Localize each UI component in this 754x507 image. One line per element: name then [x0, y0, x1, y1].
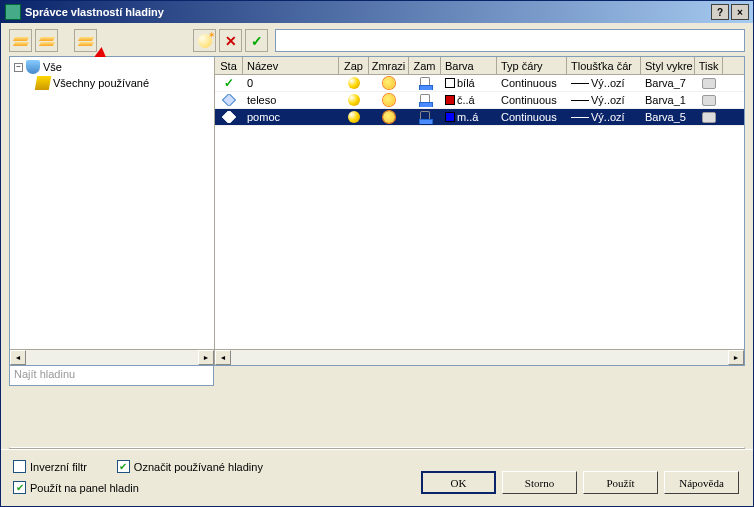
- col-on[interactable]: Zap: [339, 57, 369, 74]
- col-status[interactable]: Sta: [215, 57, 243, 74]
- color-swatch: [445, 112, 455, 122]
- line-sample-icon: [571, 117, 589, 118]
- new-group-filter-button[interactable]: [35, 29, 58, 52]
- lineweight-cell[interactable]: Vý..ozí: [567, 110, 641, 124]
- table-body: ✓0bíláContinuous Vý..ozíBarva_7telesoč..…: [215, 75, 744, 349]
- layer-name-cell[interactable]: 0: [243, 76, 339, 90]
- col-color[interactable]: Barva: [441, 57, 497, 74]
- sun-icon[interactable]: [383, 111, 395, 123]
- filter-tree-panel: − Vše Všechny používané ◄ ►: [10, 57, 215, 365]
- tree-node-used[interactable]: Všechny používané: [34, 75, 212, 91]
- filter-icon: [26, 60, 40, 74]
- layer-states-button[interactable]: [74, 29, 97, 52]
- plotter-icon[interactable]: [702, 112, 716, 123]
- linetype-cell[interactable]: Continuous: [497, 110, 567, 124]
- titlebar: Správce vlastností hladiny ? ×: [1, 1, 753, 23]
- current-layer-icon: ✓: [224, 76, 234, 90]
- col-lineweight[interactable]: Tloušťka čár: [567, 57, 641, 74]
- toolbar-search-input[interactable]: [275, 29, 745, 52]
- bulb-icon[interactable]: [348, 111, 360, 123]
- scroll-right-icon[interactable]: ►: [198, 350, 214, 365]
- col-plotstyle[interactable]: Styl vykre: [641, 57, 695, 74]
- lineweight-cell[interactable]: Vý..ozí: [567, 93, 641, 107]
- table-scrollbar[interactable]: ◄ ►: [215, 349, 744, 365]
- collapse-icon[interactable]: −: [14, 63, 23, 72]
- layer-table: Sta Název Zap Zmrazi Zam Barva Typ čáry …: [215, 57, 744, 365]
- line-sample-icon: [571, 100, 589, 101]
- table-row[interactable]: telesoč..áContinuous Vý..ozíBarva_1: [215, 92, 744, 109]
- close-button[interactable]: ×: [731, 4, 749, 20]
- bulb-icon[interactable]: [348, 94, 360, 106]
- table-row[interactable]: pomocm..áContinuous Vý..ozíBarva_5: [215, 109, 744, 126]
- sun-icon[interactable]: [383, 77, 395, 89]
- layer-status-icon: [222, 94, 236, 106]
- checkbox-icon: ✔: [117, 460, 130, 473]
- new-filter-button[interactable]: [9, 29, 32, 52]
- set-current-button[interactable]: ✓: [245, 29, 268, 52]
- sun-icon[interactable]: [383, 94, 395, 106]
- toolbar: ✕ ✓: [1, 23, 753, 56]
- cancel-button[interactable]: Storno: [502, 471, 577, 494]
- lock-icon[interactable]: [420, 77, 430, 89]
- checkbox-icon: ✔: [13, 481, 26, 494]
- stack-icon: [79, 35, 93, 47]
- col-name[interactable]: Název: [243, 57, 339, 74]
- mark-used-checkbox[interactable]: ✔ Označit používané hladiny: [117, 460, 263, 473]
- color-cell[interactable]: m..á: [441, 110, 497, 124]
- layer-icon: [35, 76, 51, 90]
- color-swatch: [445, 78, 455, 88]
- line-sample-icon: [571, 83, 589, 84]
- help-button[interactable]: ?: [711, 4, 729, 20]
- plotter-icon[interactable]: [702, 78, 716, 89]
- new-layer-button[interactable]: [193, 29, 216, 52]
- invert-filter-checkbox[interactable]: Inverzní filtr: [13, 460, 87, 473]
- layer-status-icon: [222, 111, 236, 123]
- plotter-icon[interactable]: [702, 95, 716, 106]
- x-icon: ✕: [225, 33, 237, 49]
- help-button[interactable]: Nápověda: [664, 471, 739, 494]
- ok-button[interactable]: OK: [421, 471, 496, 494]
- color-cell[interactable]: č..á: [441, 93, 497, 107]
- app-icon: [5, 4, 21, 20]
- stack-icon: [14, 35, 28, 47]
- bottom-panel: Inverzní filtr ✔ Označit používané hladi…: [1, 449, 753, 506]
- col-lock[interactable]: Zam: [409, 57, 441, 74]
- tree-scrollbar[interactable]: ◄ ►: [10, 349, 214, 365]
- layer-name-cell[interactable]: pomoc: [243, 110, 339, 124]
- tree-label: Vše: [43, 61, 62, 73]
- color-cell[interactable]: bílá: [441, 76, 497, 90]
- linetype-cell[interactable]: Continuous: [497, 76, 567, 90]
- delete-layer-button[interactable]: ✕: [219, 29, 242, 52]
- lock-icon[interactable]: [420, 94, 430, 106]
- scroll-left-icon[interactable]: ◄: [215, 350, 231, 365]
- lineweight-cell[interactable]: Vý..ozí: [567, 76, 641, 90]
- table-header: Sta Název Zap Zmrazi Zam Barva Typ čáry …: [215, 57, 744, 75]
- filter-name-input[interactable]: Najít hladinu: [9, 366, 214, 386]
- plotstyle-cell[interactable]: Barva_1: [641, 93, 695, 107]
- checkbox-icon: [13, 460, 26, 473]
- col-freeze[interactable]: Zmrazi: [369, 57, 409, 74]
- stack-icon: [40, 35, 54, 47]
- col-linetype[interactable]: Typ čáry: [497, 57, 567, 74]
- new-layer-icon: [198, 34, 212, 48]
- plotstyle-cell[interactable]: Barva_7: [641, 76, 695, 90]
- apply-button[interactable]: Použít: [583, 471, 658, 494]
- tree-root-all[interactable]: − Vše: [12, 59, 212, 75]
- scroll-left-icon[interactable]: ◄: [10, 350, 26, 365]
- col-plot[interactable]: Tisk: [695, 57, 723, 74]
- color-swatch: [445, 95, 455, 105]
- layer-name-cell[interactable]: teleso: [243, 93, 339, 107]
- bulb-icon[interactable]: [348, 77, 360, 89]
- scroll-right-icon[interactable]: ►: [728, 350, 744, 365]
- plotstyle-cell[interactable]: Barva_5: [641, 110, 695, 124]
- window-title: Správce vlastností hladiny: [25, 6, 711, 18]
- tree-label: Všechny používané: [53, 77, 149, 89]
- linetype-cell[interactable]: Continuous: [497, 93, 567, 107]
- layer-manager-window: Správce vlastností hladiny ? × ✕ ✓ −: [0, 0, 754, 507]
- check-icon: ✓: [251, 33, 263, 49]
- table-row[interactable]: ✓0bíláContinuous Vý..ozíBarva_7: [215, 75, 744, 92]
- lock-icon[interactable]: [420, 111, 430, 123]
